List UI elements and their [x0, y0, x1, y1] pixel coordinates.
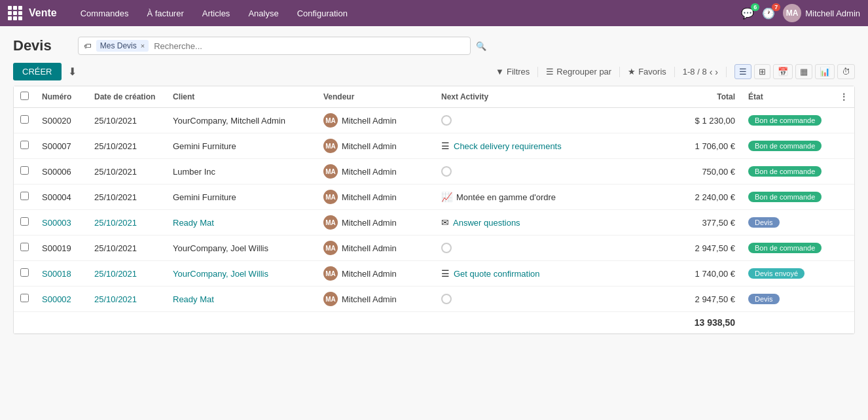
row-checkbox-5[interactable]	[20, 243, 29, 251]
row-client-link[interactable]: YourCompany, Joel Willis	[173, 269, 268, 279]
row-checkbox-6[interactable]	[20, 268, 29, 277]
group-by-button[interactable]: ☰ Regrouper par	[546, 67, 611, 77]
download-button[interactable]: ⬇	[65, 63, 79, 80]
row-checkbox-3[interactable]	[20, 192, 29, 200]
row-date-cell: 25/10/2021	[88, 236, 166, 261]
th-date-creation[interactable]: Date de création	[88, 86, 166, 108]
th-vendeur[interactable]: Vendeur	[317, 86, 435, 108]
th-total[interactable]: Total	[663, 86, 742, 108]
search-input[interactable]	[154, 41, 465, 51]
row-client-link[interactable]: Ready Mat	[173, 218, 214, 228]
th-client[interactable]: Client	[166, 86, 317, 108]
pagination-prev[interactable]: ‹	[710, 67, 713, 77]
app-name[interactable]: Vente	[29, 7, 57, 19]
th-etat[interactable]: État	[742, 86, 833, 108]
row-activity-cell	[435, 108, 663, 133]
create-button[interactable]: CRÉER	[13, 63, 62, 80]
th-numero[interactable]: Numéro	[35, 86, 88, 108]
row-more-cell	[833, 184, 854, 210]
row-numero-cell: S00018	[35, 261, 88, 287]
row-checkbox-cell	[14, 287, 35, 312]
records-table-wrapper: Numéro Date de création Client Vendeur N…	[13, 86, 855, 334]
user-menu[interactable]: MA Mitchell Admin	[783, 4, 860, 22]
row-checkbox-7[interactable]	[20, 294, 29, 302]
view-grid-btn[interactable]: ▦	[795, 64, 812, 79]
favorites-button[interactable]: ★ Favoris	[628, 67, 666, 77]
row-vendor: Mitchell Admin	[342, 167, 397, 177]
row-vendor: Mitchell Admin	[342, 116, 397, 126]
row-total: $ 1 230,00	[695, 116, 735, 126]
activity-link[interactable]: Answer questions	[453, 218, 520, 228]
view-calendar-btn[interactable]: 📅	[773, 64, 793, 79]
row-numero: S00004	[42, 192, 71, 202]
menu-a-facturer[interactable]: À facturer	[139, 0, 191, 26]
activity-link[interactable]: Get quote confirmation	[454, 269, 540, 279]
table-row: S0001825/10/2021YourCompany, Joel Willis…	[14, 261, 854, 287]
view-clock-btn[interactable]: ⏱	[837, 64, 855, 79]
th-select-all[interactable]	[14, 86, 35, 108]
search-submit-btn[interactable]: 🔍	[476, 41, 486, 51]
row-client-link[interactable]: Ready Mat	[173, 294, 214, 304]
row-date-link[interactable]: 25/10/2021	[94, 269, 137, 279]
row-numero-link[interactable]: S00018	[42, 269, 71, 279]
row-client-cell: Gemini Furniture	[166, 133, 317, 159]
menu-configuration[interactable]: Configuration	[289, 0, 355, 26]
activity-circle	[441, 294, 452, 304]
row-checkbox-cell	[14, 184, 35, 210]
view-kanban-btn[interactable]: ⊞	[754, 64, 770, 79]
row-numero-link[interactable]: S00003	[42, 218, 71, 228]
th-more-options[interactable]: ⋮	[833, 86, 854, 108]
row-numero: S00007	[42, 141, 71, 151]
table-row: S0000325/10/2021Ready Mat MA Mitchell Ad…	[14, 210, 854, 236]
search-tag-mes-devis: Mes Devis ×	[96, 40, 149, 52]
menu-analyse[interactable]: Analyse	[240, 0, 286, 26]
row-date-link[interactable]: 25/10/2021	[94, 294, 137, 304]
row-total: 2 240,00 €	[695, 192, 735, 202]
row-numero-link[interactable]: S00002	[42, 294, 71, 304]
row-checkbox-4[interactable]	[20, 217, 29, 226]
row-state-badge: Bon de commande	[748, 192, 822, 202]
vendor-avatar: MA	[323, 113, 338, 128]
star-icon: ★	[628, 67, 636, 77]
activity-badge: 7	[772, 3, 780, 11]
search-tag-filter-icon: 🏷	[84, 42, 91, 50]
divider-3	[674, 67, 675, 77]
group-icon: ☰	[546, 67, 554, 77]
row-numero-cell: S00003	[35, 210, 88, 236]
row-vendor: Mitchell Admin	[342, 192, 397, 202]
view-chart-btn[interactable]: 📊	[815, 64, 835, 79]
filters-button[interactable]: ▼ Filtres	[496, 67, 530, 77]
activity-list-icon: ☰	[441, 141, 450, 151]
row-activity-cell	[435, 159, 663, 184]
row-date: 25/10/2021	[94, 116, 137, 126]
row-checkbox-2[interactable]	[20, 166, 29, 175]
menu-commandes[interactable]: Commandes	[73, 0, 137, 26]
row-date-cell: 25/10/2021	[88, 287, 166, 312]
search-tag-close-btn[interactable]: ×	[141, 42, 145, 50]
app-grid-icon[interactable]	[8, 6, 22, 20]
vendor-avatar: MA	[323, 292, 338, 306]
row-client: YourCompany, Joel Willis	[173, 243, 268, 253]
select-all-checkbox[interactable]	[20, 92, 29, 100]
pagination-next[interactable]: ›	[715, 67, 718, 77]
user-avatar: MA	[783, 4, 801, 22]
row-total-cell: 1 740,00 €	[663, 261, 742, 287]
vendor-avatar: MA	[323, 139, 338, 153]
activity-icon-btn[interactable]: 🕐 7	[762, 7, 775, 20]
row-date-link[interactable]: 25/10/2021	[94, 218, 137, 228]
activity-email-icon: ✉	[441, 217, 449, 228]
activity-link[interactable]: Check delivery requirements	[454, 141, 562, 151]
vendor-avatar: MA	[323, 190, 338, 204]
row-checkbox-0[interactable]	[20, 115, 29, 124]
row-vendor-cell: MA Mitchell Admin	[317, 261, 435, 287]
row-more-cell	[833, 133, 854, 159]
chat-icon-btn[interactable]: 💬 6	[741, 7, 754, 20]
row-state-badge: Bon de commande	[748, 115, 822, 126]
view-list-btn[interactable]: ☰	[734, 64, 751, 79]
menu-articles[interactable]: Articles	[194, 0, 238, 26]
table-row: S0002025/10/2021YourCompany, Mitchell Ad…	[14, 108, 854, 133]
row-total-cell: $ 1 230,00	[663, 108, 742, 133]
row-checkbox-1[interactable]	[20, 141, 29, 149]
group-label: Regrouper par	[556, 67, 611, 77]
th-next-activity[interactable]: Next Activity	[435, 86, 663, 108]
